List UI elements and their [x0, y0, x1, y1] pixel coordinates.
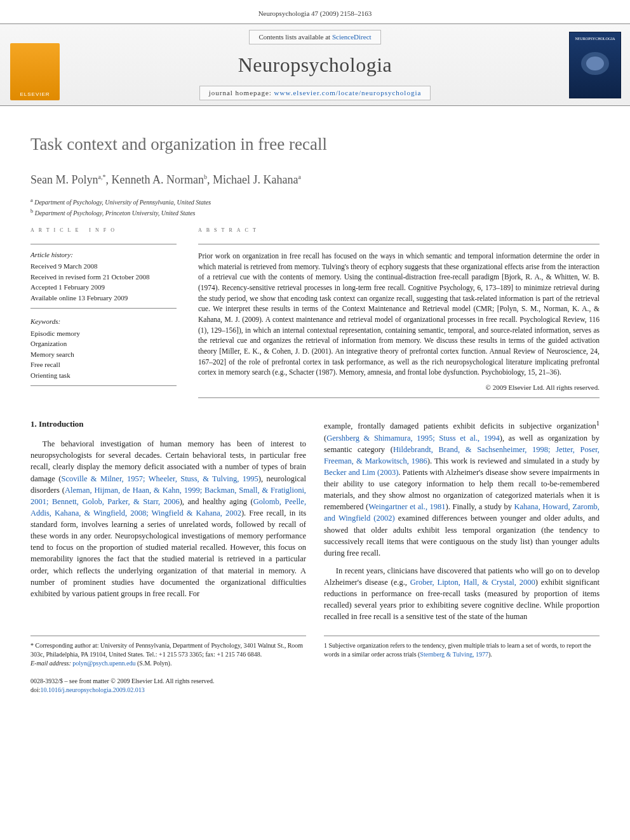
history-received: Received 9 March 2008 [30, 261, 177, 272]
body-columns: 1. Introduction The behavioral investiga… [0, 398, 630, 635]
article-frontmatter: Task context and organization in free re… [0, 106, 630, 224]
publisher-logo-area: ELSEVIER [0, 24, 70, 105]
sciencedirect-link[interactable]: ScienceDirect [332, 33, 372, 41]
email-line: E-mail address: polyn@psych.upenn.edu (S… [30, 659, 306, 668]
email-label: E-mail address: [30, 660, 72, 667]
running-head: Neuropsychologia 47 (2009) 2158–2163 [0, 0, 630, 23]
p1c-seg-a: example, frontally damaged patients exhi… [324, 422, 596, 430]
body-col-right: example, frontally damaged patients exhi… [324, 418, 600, 629]
article-info-column: article info Article history: Received 9… [30, 224, 177, 398]
article-history: Article history: Received 9 March 2008 R… [30, 244, 177, 309]
masthead: ELSEVIER Contents lists available at Sci… [0, 23, 630, 106]
abstract-heading: abstract [198, 224, 600, 235]
intro-paragraph-1: The behavioral investigation of human me… [30, 438, 306, 599]
history-online: Available online 13 February 2009 [30, 293, 177, 303]
author-1-sup: a,* [98, 173, 106, 180]
aff-a-text: Department of Psychology, University of … [34, 199, 211, 206]
corresponding-author-block: * Corresponding author at: University of… [30, 636, 306, 668]
body-col-left: 1. Introduction The behavioral investiga… [30, 418, 306, 629]
keyword-1: Episodic memory [30, 328, 177, 339]
keywords-head: Keywords: [30, 316, 177, 327]
history-accepted: Accepted 1 February 2009 [30, 282, 177, 293]
intro-paragraph-1-cont: example, frontally damaged patients exhi… [324, 418, 600, 559]
front-matter-line: 0028-3932/$ – see front matter © 2009 El… [30, 677, 600, 686]
abstract-text: Prior work on organization in free recal… [198, 244, 600, 378]
p1-seg-d: ). Free recall, in its standard form, in… [30, 509, 306, 598]
p1c-seg-f: ). Finally, a study by [446, 502, 514, 511]
aff-b-text: Department of Psychology, Princeton Univ… [35, 210, 196, 217]
copyright-line: © 2009 Elsevier Ltd. All rights reserved… [198, 383, 600, 398]
affiliation-a: a Department of Psychology, University o… [30, 197, 600, 207]
history-revised: Received in revised form 21 October 2008 [30, 272, 177, 283]
article-title: Task context and organization in free re… [30, 133, 600, 157]
elsevier-logo: ELSEVIER [10, 43, 60, 100]
cover-label: NEUROPSYCHOLOGIA [575, 36, 615, 41]
doi-label: doi: [30, 686, 41, 693]
intro-paragraph-2: In recent years, clinicians have discove… [324, 565, 600, 623]
footnotes-row: * Corresponding author at: University of… [0, 636, 630, 668]
doi-line: doi:10.1016/j.neuropsychologia.2009.02.0… [30, 686, 600, 695]
author-3: , Michael J. Kahana [207, 173, 298, 186]
doi-link[interactable]: 10.1016/j.neuropsychologia.2009.02.013 [41, 686, 145, 693]
citation-9[interactable]: Grober, Lipton, Hall, & Crystal, 2000 [410, 578, 535, 587]
svg-point-1 [586, 57, 604, 70]
citation-7[interactable]: Weingartner et al., 1981 [368, 502, 445, 511]
page-footer: 0028-3932/$ – see front matter © 2009 El… [0, 668, 630, 714]
keyword-4: Free recall [30, 359, 177, 370]
keywords-block: Keywords: Episodic memory Organization M… [30, 316, 177, 386]
keyword-3: Memory search [30, 349, 177, 360]
footnote-1-block: 1 Subjective organization refers to the … [324, 636, 600, 668]
footnote-1-ref[interactable]: 1 [596, 420, 600, 427]
citation-6[interactable]: Becker and Lim (2003) [324, 468, 398, 477]
keyword-2: Organization [30, 338, 177, 349]
author-2: , Kenneth A. Norman [105, 173, 203, 186]
corresponding-email[interactable]: polyn@psych.upenn.edu [72, 660, 135, 667]
contents-prefix: Contents lists available at [258, 33, 332, 41]
authors-line: Sean M. Polyna,*, Kenneth A. Normanb, Mi… [30, 172, 600, 188]
homepage-url[interactable]: www.elsevier.com/locate/neuropsychologia [274, 89, 422, 97]
footnote-1-suffix: ). [488, 651, 492, 658]
citation-1[interactable]: Scoville & Milner, 1957; Wheeler, Stuss,… [61, 474, 258, 483]
journal-homepage-line: journal homepage: www.elsevier.com/locat… [199, 86, 431, 100]
corresponding-text: * Corresponding author at: University of… [30, 641, 306, 659]
email-suffix: (S.M. Polyn). [136, 660, 172, 667]
homepage-prefix: journal homepage: [209, 89, 274, 97]
info-abstract-row: article info Article history: Received 9… [0, 224, 630, 398]
affiliation-b: b Department of Psychology, Princeton Un… [30, 208, 600, 218]
abstract-column: abstract Prior work on organization in f… [198, 224, 600, 398]
journal-cover-area: NEUROPSYCHOLOGIA [560, 24, 630, 105]
author-1: Sean M. Polyn [30, 173, 98, 186]
masthead-center: Contents lists available at ScienceDirec… [70, 24, 560, 105]
history-head: Article history: [30, 250, 177, 260]
p1-seg-c: ), and healthy aging ( [180, 497, 253, 506]
citation-4[interactable]: Gershberg & Shimamura, 1995; Stuss et al… [326, 434, 500, 443]
keyword-5: Orienting task [30, 370, 177, 381]
footnote-1-citation[interactable]: Sternberg & Tulving, 1977 [420, 651, 488, 658]
author-3-sup: a [298, 173, 300, 180]
p1c-seg-d: ). This work is reviewed and simulated i… [427, 457, 600, 465]
journal-cover-thumb: NEUROPSYCHOLOGIA [569, 32, 621, 98]
section-1-heading: 1. Introduction [30, 418, 306, 430]
article-info-heading: article info [30, 224, 177, 235]
journal-name: Neuropsychologia [238, 51, 392, 79]
contents-available-line: Contents lists available at ScienceDirec… [249, 30, 380, 44]
affiliations: a Department of Psychology, University o… [30, 197, 600, 218]
